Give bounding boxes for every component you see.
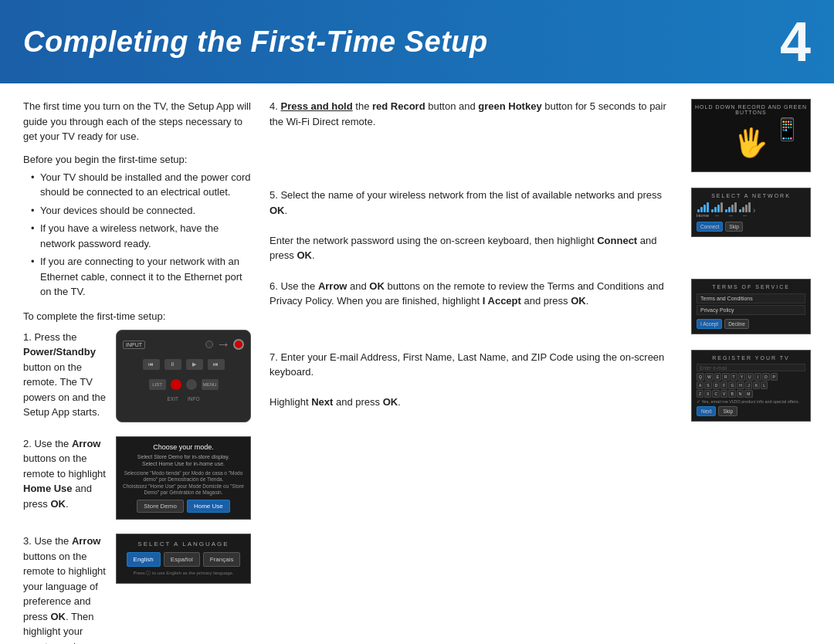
input-btn: INPUT: [123, 341, 145, 349]
step-5-image: SELECT A NETWORK Home: [691, 188, 811, 237]
skip-btn[interactable]: Skip: [725, 222, 743, 232]
step-1-image: INPUT → ⏮ ⏸ ▶ ⏭: [116, 330, 251, 422]
step-5-text: 5. Select the name of your wireless netw…: [270, 188, 682, 263]
step-4-text: 4. Press and hold the red Record button …: [270, 99, 682, 129]
terms-screen: TERMS OF SERVICE Terms and Conditions Pr…: [691, 279, 811, 334]
wifi-bars-4: [739, 202, 751, 212]
list-item: If you are connecting to your network wi…: [31, 254, 251, 300]
terms-item-1: Terms and Conditions: [697, 293, 805, 303]
step-1-text: 1. Press the Power/Standby button on the…: [23, 330, 108, 420]
remote-exit-row: EXIT INFO: [168, 396, 200, 402]
terms-title: TERMS OF SERVICE: [697, 284, 805, 290]
choose-mode-subtitle: Select Store Demo for in-store display.S…: [123, 453, 244, 467]
step-7-text: 7. Enter your E-mail Address, First Name…: [270, 350, 682, 410]
step-3-image: SELECT A LANGUAGE English Español França…: [116, 534, 251, 584]
network-icon-1: Home: [697, 202, 709, 218]
step-7-para2: Highlight Next and press OK.: [270, 395, 682, 410]
step-3-label: 3. Use the Arrow buttons on the remote t…: [23, 535, 106, 644]
keyboard-row-2: ASDFGHJKL: [697, 381, 805, 389]
hand-icon: 🖐: [734, 127, 768, 159]
store-demo-btn[interactable]: Store Demo: [137, 500, 184, 513]
remote-nav-row: ⏮ ⏸ ▶ ⏭: [143, 359, 225, 370]
next-btn[interactable]: Next: [697, 406, 716, 416]
step-7-image: REGISTER YOUR TV Enter e-mail QWERTYUIOP…: [691, 350, 811, 422]
rec-btn: [171, 379, 181, 390]
step-4-label: 4. Press and hold the red Record button …: [270, 100, 666, 127]
pause-btn: ⏸: [164, 359, 181, 370]
network-icons: Home —: [697, 202, 805, 218]
menu-btn: MENU: [202, 379, 219, 390]
choose-mode-small: Seleccione "Modo tienda" por Modo de cas…: [123, 470, 244, 497]
terms-buttons: I Accept Decline: [697, 319, 805, 329]
step-5-para2: Enter the network password using the on-…: [270, 233, 682, 263]
before-title: Before you begin the first-time setup:: [23, 154, 251, 165]
wifi-bars-1: [697, 202, 709, 212]
stop-btn: [186, 379, 197, 390]
register-screen: REGISTER YOUR TV Enter e-mail QWERTYUIOP…: [691, 350, 811, 422]
hold-buttons-screen: HOLD DOWN RECORD AND GREEN BUTTONS 🖐 📱: [691, 99, 811, 172]
list-item: Your devices should be connected.: [31, 203, 251, 219]
list-btn: LIST: [149, 379, 166, 390]
step-3: 3. Use the Arrow buttons on the remote t…: [23, 534, 251, 644]
remote-screen: INPUT → ⏮ ⏸ ▶ ⏭: [116, 330, 251, 422]
step-6: 6. Use the Arrow and OK buttons on the r…: [270, 279, 811, 334]
skip-reg-btn[interactable]: Skip: [718, 406, 737, 416]
intro-paragraph: The first time you turn on the TV, the S…: [23, 99, 251, 144]
page-header: Completing the First-Time Setup 4: [0, 0, 834, 83]
network-icon-3: —: [725, 202, 737, 218]
network-buttons: Connect Skip: [697, 222, 805, 232]
keyboard-row-3: ZXCVBNM: [697, 390, 805, 398]
remote-top-bar: INPUT →: [123, 337, 244, 353]
wifi-bars-3: [725, 202, 737, 212]
right-column: 4. Press and hold the red Record button …: [270, 99, 811, 644]
step-6-label: 6. Use the Arrow and OK buttons on the r…: [270, 280, 664, 307]
rewind-btn: ⏮: [143, 359, 160, 370]
list-item: If you have a wireless network, have the…: [31, 221, 251, 251]
remote-icon: 📱: [774, 117, 801, 142]
step-7-para1: 7. Enter your E-mail Address, First Name…: [270, 350, 682, 380]
language-screen: SELECT A LANGUAGE English Español França…: [116, 534, 251, 584]
choose-mode-title: Choose your mode.: [123, 443, 244, 451]
choose-mode-buttons: Store Demo Home Use: [123, 500, 244, 513]
chapter-number: 4: [780, 14, 811, 69]
home-use-btn[interactable]: Home Use: [187, 500, 230, 513]
network-name-2: —: [715, 213, 719, 218]
step-2: 2. Use the Arrow buttons on the remote t…: [23, 436, 251, 520]
ff-btn: ⏭: [208, 359, 225, 370]
connect-btn[interactable]: Connect: [697, 222, 723, 232]
wifi-bars-2: [711, 202, 723, 212]
register-title: REGISTER YOUR TV: [697, 355, 805, 361]
step-3-text: 3. Use the Arrow buttons on the remote t…: [23, 534, 108, 644]
terms-item-2: Privacy Policy: [697, 305, 805, 315]
english-btn[interactable]: English: [127, 552, 161, 567]
accept-btn[interactable]: I Accept: [697, 319, 722, 329]
step-2-image: Choose your mode. Select Store Demo for …: [116, 436, 251, 520]
play-btn: ▶: [186, 359, 203, 370]
lang-note: Press ⓘ to use English as the primary la…: [123, 570, 244, 577]
page-title: Completing the First-Time Setup: [23, 25, 488, 59]
step-5: 5. Select the name of your wireless netw…: [270, 188, 811, 263]
network-screen: SELECT A NETWORK Home: [691, 188, 811, 237]
step-2-label: 2. Use the Arrow buttons on the remote t…: [23, 438, 106, 510]
step-2-text: 2. Use the Arrow buttons on the remote t…: [23, 436, 108, 512]
language-buttons: English Español Français: [123, 552, 244, 567]
hold-label: HOLD DOWN RECORD AND GREEN BUTTONS: [692, 104, 810, 115]
lang-title: SELECT A LANGUAGE: [123, 541, 244, 547]
complete-title: To complete the first-time setup:: [23, 310, 251, 322]
power-button: [233, 339, 244, 350]
main-content: The first time you turn on the TV, the S…: [0, 83, 834, 644]
step-5-para1: 5. Select the name of your wireless netw…: [270, 188, 682, 218]
email-field: Enter e-mail: [697, 364, 805, 371]
step-6-image: TERMS OF SERVICE Terms and Conditions Pr…: [691, 279, 811, 334]
register-checkbox: ✓ Yes, email me VIZIO product info and s…: [697, 399, 805, 404]
left-column: The first time you turn on the TV, the S…: [23, 99, 251, 644]
decline-btn[interactable]: Decline: [724, 319, 749, 329]
step-1-label: 1. Press the Power/Standby button on the…: [23, 331, 106, 419]
keyboard-row-1: QWERTYUIOP: [697, 373, 805, 381]
espanol-btn[interactable]: Español: [164, 552, 200, 567]
network-icon-4: —: [739, 202, 751, 218]
step-7: 7. Enter your E-mail Address, First Name…: [270, 350, 811, 422]
network-icon-2: —: [711, 202, 723, 218]
network-name-3: —: [729, 213, 733, 218]
francais-btn[interactable]: Français: [203, 552, 241, 567]
